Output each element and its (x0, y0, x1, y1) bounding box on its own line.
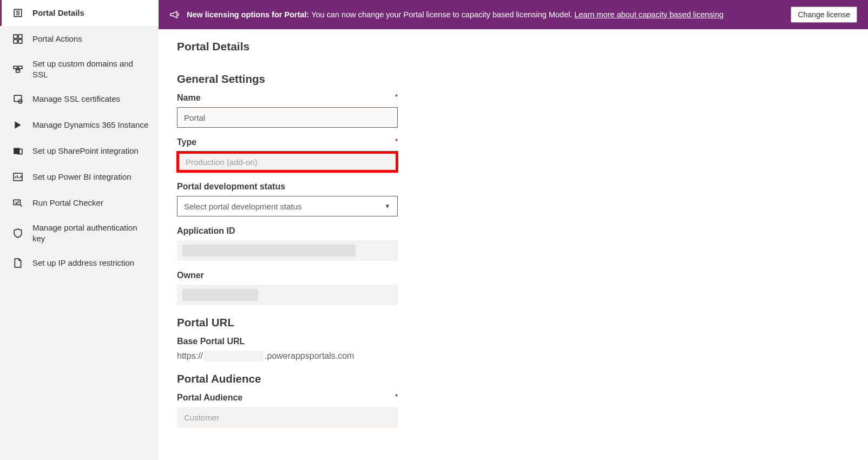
name-label: Name (177, 93, 398, 103)
name-input[interactable] (177, 107, 398, 128)
type-label: Type (177, 137, 398, 147)
sidebar-label: Manage Dynamics 365 Instance (32, 113, 148, 137)
sidebar-item-portal-details[interactable]: Portal Details (0, 0, 159, 26)
sidebar-label: Portal Details (32, 1, 84, 25)
sidebar: Portal Details Portal Actions Set up cus… (0, 0, 159, 460)
sidebar-item-sharepoint[interactable]: Set up SharePoint integration (0, 138, 159, 164)
name-field-row: Name (177, 93, 850, 128)
select-placeholder: Select portal development status (184, 202, 302, 211)
svg-rect-5 (18, 35, 22, 38)
redacted-placeholder (204, 351, 264, 362)
app-id-field-row: Application ID (177, 226, 850, 261)
svg-rect-10 (16, 70, 20, 73)
app-id-value (177, 240, 398, 261)
notification-bar: New licensing options for Portal: You ca… (159, 0, 868, 29)
dynamics-icon (13, 120, 23, 130)
notification-link[interactable]: Learn more about capacity based licensin… (574, 10, 724, 19)
change-license-button[interactable]: Change license (791, 6, 857, 23)
owner-value (177, 285, 398, 305)
sidebar-label: Set up Power BI integration (32, 165, 131, 189)
sidebar-label: Set up custom domains and SSL (32, 52, 150, 86)
shield-icon (13, 228, 23, 238)
base-url-value: https://.powerappsportals.com (177, 351, 850, 362)
redacted-placeholder (182, 289, 258, 301)
svg-rect-13 (14, 95, 22, 101)
svg-rect-22 (14, 200, 20, 205)
notification-title: New licensing options for Portal: (187, 10, 309, 19)
portal-audience-heading: Portal Audience (177, 372, 850, 385)
sidebar-item-ssl-certs[interactable]: Manage SSL certificates (0, 86, 159, 112)
type-field-row: Type (177, 137, 850, 172)
main-content: New licensing options for Portal: You ca… (159, 0, 868, 460)
redacted-placeholder (182, 245, 356, 257)
content-area: Portal Details General Settings Name Typ… (159, 29, 868, 460)
notification-text: New licensing options for Portal: You ca… (187, 10, 758, 19)
sidebar-label: Portal Actions (32, 27, 82, 51)
svg-line-23 (21, 205, 22, 206)
chevron-down-icon: ▼ (384, 202, 391, 210)
svg-rect-8 (14, 66, 17, 69)
sidebar-item-auth-key[interactable]: Manage portal authentication key (0, 216, 159, 250)
url-prefix: https:// (177, 351, 203, 361)
checker-icon (13, 198, 23, 208)
megaphone-icon (169, 9, 180, 20)
general-settings-heading: General Settings (177, 73, 850, 86)
sidebar-label: Manage portal authentication key (32, 216, 150, 250)
audience-field-row: Portal Audience (177, 393, 850, 428)
svg-rect-4 (14, 35, 17, 38)
dev-status-field-row: Portal development status Select portal … (177, 182, 850, 216)
sharepoint-icon (13, 146, 23, 156)
sidebar-item-portal-actions[interactable]: Portal Actions (0, 26, 159, 52)
certificate-icon (13, 94, 23, 104)
owner-label: Owner (177, 271, 398, 280)
app-id-label: Application ID (177, 226, 398, 236)
url-suffix: .powerappsportals.com (265, 351, 354, 361)
portal-url-heading: Portal URL (177, 316, 850, 329)
sidebar-item-powerbi[interactable]: Set up Power BI integration (0, 164, 159, 190)
document-icon (13, 258, 23, 268)
notification-message: You can now change your Portal license t… (309, 10, 574, 19)
dev-status-select[interactable]: Select portal development status ▼ (177, 196, 398, 216)
domains-icon (13, 64, 23, 74)
sidebar-label: Set up IP address restriction (32, 251, 134, 275)
owner-field-row: Owner (177, 271, 850, 305)
sidebar-item-dynamics[interactable]: Manage Dynamics 365 Instance (0, 112, 159, 138)
sidebar-item-ip-restriction[interactable]: Set up IP address restriction (0, 250, 159, 276)
actions-icon (13, 34, 23, 44)
sidebar-item-domains-ssl[interactable]: Set up custom domains and SSL (0, 52, 159, 86)
type-input (177, 152, 398, 172)
sidebar-label: Manage SSL certificates (32, 87, 120, 111)
base-url-field-row: Base Portal URL https://.powerappsportal… (177, 337, 850, 362)
svg-rect-7 (18, 40, 22, 43)
powerbi-icon (13, 172, 23, 182)
base-url-label: Base Portal URL (177, 337, 398, 346)
details-icon (13, 8, 23, 18)
sidebar-label: Run Portal Checker (32, 191, 103, 215)
page-title: Portal Details (177, 40, 850, 53)
dev-status-label: Portal development status (177, 182, 398, 192)
svg-rect-6 (14, 40, 17, 43)
audience-input (177, 407, 398, 428)
sidebar-label: Set up SharePoint integration (32, 139, 139, 163)
sidebar-item-portal-checker[interactable]: Run Portal Checker (0, 190, 159, 216)
svg-rect-9 (18, 66, 22, 69)
audience-label: Portal Audience (177, 393, 398, 403)
